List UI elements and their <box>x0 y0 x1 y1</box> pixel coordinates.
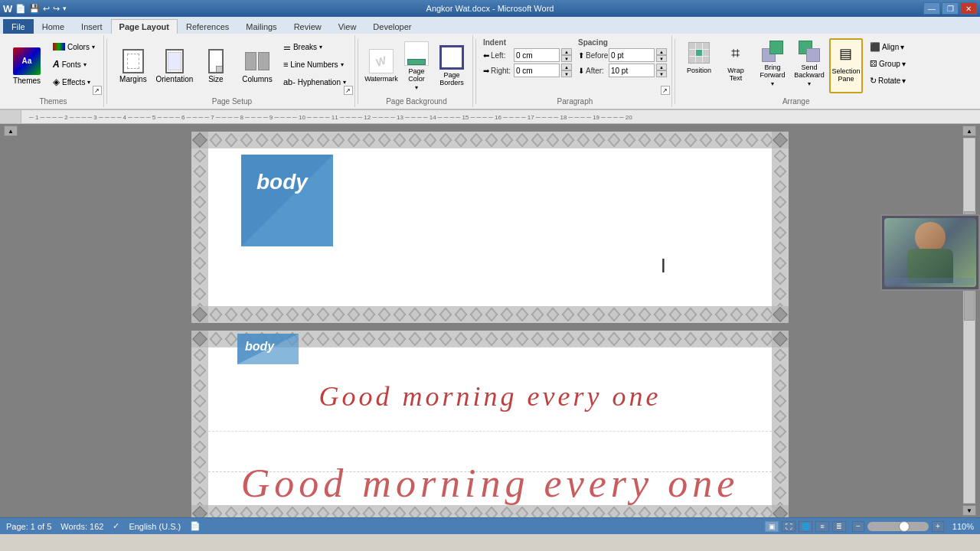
after-spacing-input[interactable] <box>609 64 655 77</box>
right-indent-down[interactable]: ▼ <box>561 70 572 77</box>
left-indent-down[interactable]: ▼ <box>561 55 572 62</box>
bring-forward-button[interactable]: BringForward ▾ <box>756 38 789 93</box>
paragraph-expand-button[interactable]: ↗ <box>661 86 670 95</box>
zoom-slider[interactable] <box>867 522 929 531</box>
effects-button[interactable]: ◈ Effects ▾ <box>49 73 99 90</box>
page-color-button[interactable]: PageColor ▾ <box>400 38 433 93</box>
draft-btn[interactable]: ≣ <box>832 521 846 532</box>
themes-group: Aa Themes Colors ▾ A Fonts ▾ ◈ Effects <box>3 35 104 107</box>
spacing-label: Spacing <box>578 38 667 47</box>
position-button[interactable]: Position <box>682 38 716 93</box>
send-backward-button[interactable]: SendBackward ▾ <box>792 38 826 93</box>
breaks-arrow: ▾ <box>319 44 322 51</box>
right-indent-up[interactable]: ▲ <box>561 64 572 70</box>
size-button[interactable]: Size <box>197 38 235 93</box>
themes-button[interactable]: Aa Themes <box>8 38 46 93</box>
colors-button[interactable]: Colors ▾ <box>49 38 99 55</box>
fonts-arrow: ▾ <box>83 61 87 68</box>
page-2: body Good morning every one Good morning… <box>191 331 789 517</box>
video-background <box>886 278 975 285</box>
after-spacing-row: ⬇ After: ▲ ▼ <box>578 64 667 77</box>
right-indent-input[interactable] <box>514 64 560 77</box>
themes-expand-button[interactable]: ↗ <box>93 86 102 95</box>
after-spacing-down[interactable]: ▼ <box>656 70 667 77</box>
fonts-button[interactable]: A Fonts ▾ <box>49 56 99 73</box>
redo-icon[interactable]: ↪ <box>53 4 60 14</box>
full-screen-btn[interactable]: ⛶ <box>782 521 795 532</box>
scroll-up-button[interactable]: ▲ <box>4 126 18 136</box>
effects-icon: ◈ <box>53 77 60 87</box>
before-spacing-icon: ⬆ Before: <box>578 51 607 60</box>
left-indent-input[interactable] <box>514 48 560 62</box>
save-qa-icon[interactable]: 💾 <box>29 4 40 14</box>
indent-col: Indent ⬅ Left: ▲ ▼ <box>483 38 572 77</box>
blue-shape[interactable]: body <box>218 155 333 246</box>
page-borders-button[interactable]: Page Borders <box>436 38 468 93</box>
colors-icon <box>53 43 65 51</box>
before-spacing-down[interactable]: ▼ <box>656 55 667 62</box>
rotate-button[interactable]: ↻ Rotate ▾ <box>866 72 910 89</box>
vscroll-track[interactable] <box>963 138 975 504</box>
text-cursor-1: I <box>661 254 666 278</box>
qa-dropdown-icon[interactable]: ▾ <box>63 5 67 12</box>
right-scroll: ▲ ▼ <box>959 124 980 517</box>
wrap-text-icon: ⌗ <box>724 41 748 65</box>
group-button[interactable]: ⚄ Group ▾ <box>866 55 910 72</box>
indent-spacing-area: Indent ⬅ Left: ▲ ▼ <box>483 38 667 77</box>
bottom-border-1 <box>191 306 789 323</box>
themes-group-content: Aa Themes Colors ▾ A Fonts ▾ ◈ Effects <box>8 37 99 97</box>
corner-tr <box>772 132 789 148</box>
right-indent-icon: ➡ Right: <box>483 67 512 75</box>
vscroll-up[interactable]: ▲ <box>962 126 976 136</box>
after-spacing-arrows: ▲ ▼ <box>656 64 667 77</box>
greeting-text-1: Good morning every one <box>208 365 772 428</box>
zoom-out-btn[interactable]: − <box>852 521 864 532</box>
tab-view[interactable]: View <box>330 19 365 34</box>
breaks-button[interactable]: ⚌ Breaks ▾ <box>279 38 350 55</box>
colors-arrow: ▾ <box>92 44 95 51</box>
margins-button[interactable]: Margins <box>114 38 152 93</box>
zoom-in-btn[interactable]: + <box>932 521 944 532</box>
spellcheck-icon[interactable]: ✓ <box>113 521 119 531</box>
web-layout-btn[interactable]: 🌐 <box>799 521 812 532</box>
zoom-level[interactable]: 110% <box>947 522 974 531</box>
tab-home[interactable]: Home <box>34 19 73 34</box>
wrap-text-button[interactable]: ⌗ Wrap Text <box>719 38 753 93</box>
columns-button[interactable]: Columns <box>238 38 276 93</box>
tab-review[interactable]: Review <box>286 19 330 34</box>
vscroll-down[interactable]: ▼ <box>962 505 976 516</box>
ribbon-tabs: File Home Insert Page Layout References … <box>0 17 980 34</box>
watermark-button[interactable]: W Watermark <box>365 38 397 93</box>
svg-rect-11 <box>772 148 789 306</box>
left-indent-up[interactable]: ▲ <box>561 48 572 55</box>
page-setup-expand-button[interactable]: ↗ <box>344 86 353 95</box>
tab-references[interactable]: References <box>178 19 237 34</box>
selection-pane-button[interactable]: ▤ SelectionPane <box>829 38 863 93</box>
line-numbers-button[interactable]: ≡ Line Numbers ▾ <box>279 56 350 73</box>
document-area[interactable]: body I <box>21 124 959 517</box>
tab-insert[interactable]: Insert <box>73 19 111 34</box>
greeting-line-1: Good morning every one <box>208 365 772 432</box>
left-border-2 <box>191 347 208 505</box>
ruler-content: ─ 1 ─ ─ ─ ─ 2 ─ ─ ─ ─ 3 ─ ─ ─ ─ 4 ─ ─ ─ … <box>21 110 980 123</box>
align-button[interactable]: ⬛ Align ▾ <box>866 38 910 55</box>
language-indicator[interactable]: English (U.S.) <box>129 522 181 531</box>
outline-btn[interactable]: ≡ <box>815 521 829 532</box>
tab-page-layout[interactable]: Page Layout <box>111 19 178 34</box>
ruler-svg: ─ 1 ─ ─ ─ ─ 2 ─ ─ ─ ─ 3 ─ ─ ─ ─ 4 ─ ─ ─ … <box>21 110 980 123</box>
tab-mailings[interactable]: Mailings <box>237 19 285 34</box>
restore-button[interactable]: ❐ <box>942 2 959 15</box>
hyphenation-button[interactable]: ab- Hyphenation ▾ <box>279 73 350 90</box>
orientation-button[interactable]: Orientation <box>155 38 194 93</box>
tab-file[interactable]: File <box>3 19 34 34</box>
tab-developer[interactable]: Developer <box>364 19 420 34</box>
close-button[interactable]: ✕ <box>960 2 977 15</box>
print-layout-btn[interactable]: ▣ <box>765 521 779 532</box>
docview-icon[interactable]: 📄 <box>190 521 201 531</box>
before-spacing-up[interactable]: ▲ <box>656 48 667 55</box>
minimize-button[interactable]: — <box>923 2 940 15</box>
right-indent-arrows: ▲ ▼ <box>561 64 572 77</box>
before-spacing-input[interactable] <box>609 48 655 62</box>
after-spacing-up[interactable]: ▲ <box>656 64 667 70</box>
undo-icon[interactable]: ↩ <box>43 4 50 14</box>
